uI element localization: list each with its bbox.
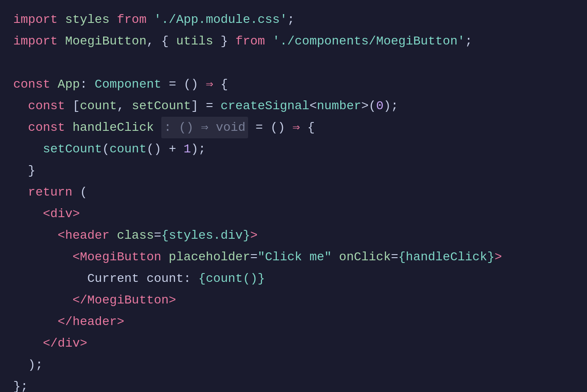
token-div-close: </div> [43,333,87,354]
token-lparen-2: ( [72,181,87,203]
token-one: 1 [183,138,191,160]
token-const-2: const [28,95,73,117]
token-return: return [28,181,73,203]
token-count-call: count [109,138,146,160]
token-eq-jsx: = [154,225,161,246]
token-arrow-1: ⇒ [206,74,213,95]
indent-11 [13,225,58,246]
token-click-me: "Click me" [258,246,339,268]
token-semi-2: ; [465,30,472,52]
token-class-attr: class [117,225,154,246]
token-count: count [80,95,117,117]
token-const-3: const [28,117,73,138]
token-obrace-2: { [300,117,315,138]
token-number-type: number [317,95,361,117]
token-lbracket: [ [72,95,80,117]
code-line-empty [13,52,574,74]
token-handleclick: handleClick [72,117,161,138]
token-rbracket: ] = [191,95,220,117]
token-rparen-semi-2: ); [191,138,206,160]
token-moegibutton-bracket: > [494,246,502,268]
token-const-1: const [13,74,58,95]
token-setcount: setCount [132,95,191,117]
code-line-18: }; [13,376,574,392]
code-line-14: </MoegiButton> [13,289,574,311]
token-moegi: MoegiButton [65,30,147,52]
indent-14 [13,289,72,311]
token-obrace-1: { [213,74,228,95]
token-moegibutton-open: <MoegiButton [72,246,168,268]
token-from-2: from [235,30,272,52]
token-rparen-semi-3: ); [28,354,43,376]
token-import-2: import [13,30,65,52]
token-component-type: Component [95,74,161,95]
indent-8a [13,160,28,181]
code-line-8: } [13,160,574,181]
token-arrow-2: ⇒ [293,117,300,138]
code-line-2: import MoegiButton, { utils } from './co… [13,30,574,52]
token-cbrace-1: } [28,160,36,181]
code-line-16: </div> [13,333,574,354]
token-comma-2: , [117,95,132,117]
token-import-1: import [13,9,65,30]
token-zero: 0 [376,95,383,117]
indent-16 [13,333,43,354]
token-styles: styles [65,9,117,30]
token-header-open: <header [58,225,117,246]
token-placeholder-attr: placeholder [169,246,250,268]
indent-6 [13,117,28,138]
code-line-13: Current count: {count()} [13,268,574,289]
indent-17 [13,354,28,376]
token-final-semi: ; [21,376,28,392]
code-line-9: return ( [13,181,574,203]
token-count-expr: {count()} [198,268,265,289]
code-line-12: <MoegiButton placeholder="Click me" onCl… [13,246,574,268]
token-div-open: <div> [43,203,80,225]
token-rparen-semi: ); [383,95,398,117]
token-app: App [58,74,80,95]
token-styles-expr: {styles.div} [161,225,250,246]
code-line-17: ); [13,354,574,376]
code-line-5: const [count, setCount] = createSignal<n… [13,95,574,117]
token-onclick-attr: onClick [339,246,391,268]
token-eq-1: = () [161,74,206,95]
token-lt: < [309,95,317,117]
token-cbrace-2: } [13,376,21,392]
token-createsignal: createSignal [221,95,310,117]
token-header-close: </header> [58,311,124,333]
token-type-hint: : () ⇒ void [161,117,248,138]
indent-9 [13,181,28,203]
indent-7 [13,138,43,160]
code-editor: import styles from './App.module.css'; i… [0,0,587,392]
code-line-4: const App: Component = () ⇒ { [13,74,574,95]
token-call-plus: () + [146,138,183,160]
token-eq-3: = [250,246,258,268]
token-eq-2: = () [248,117,293,138]
token-string-1: './App.module.css' [154,9,287,30]
token-header-close-bracket: > [250,225,258,246]
token-comma: , { [146,30,176,52]
code-line-6: const handleClick : () ⇒ void = () ⇒ { [13,117,574,138]
indent-13 [13,268,87,289]
code-line-11: <header class={styles.div}> [13,225,574,246]
token-colon-1: : [80,74,95,95]
indent-5 [13,95,28,117]
code-line-7: setCount(count() + 1); [13,138,574,160]
token-gt: >( [361,95,376,117]
token-utils: utils [176,30,213,52]
indent-10 [13,203,43,225]
token-string-2: './components/MoegiButton' [272,30,465,52]
indent-12 [13,246,72,268]
token-lparen-1: ( [102,138,110,160]
token-from-1: from [117,9,154,30]
token-current-count-text: Current count: [87,268,198,289]
token-eq-4: = [391,246,398,268]
code-line-10: <div> [13,203,574,225]
code-line-15: </header> [13,311,574,333]
code-line-1: import styles from './App.module.css'; [13,9,574,30]
token-moegibutton-close: </MoegiButton> [72,289,176,311]
token-brace-close: } [213,30,235,52]
token-setcount-call: setCount [43,138,102,160]
indent-15 [13,311,58,333]
token-handleclick-expr: {handleClick} [398,246,494,268]
